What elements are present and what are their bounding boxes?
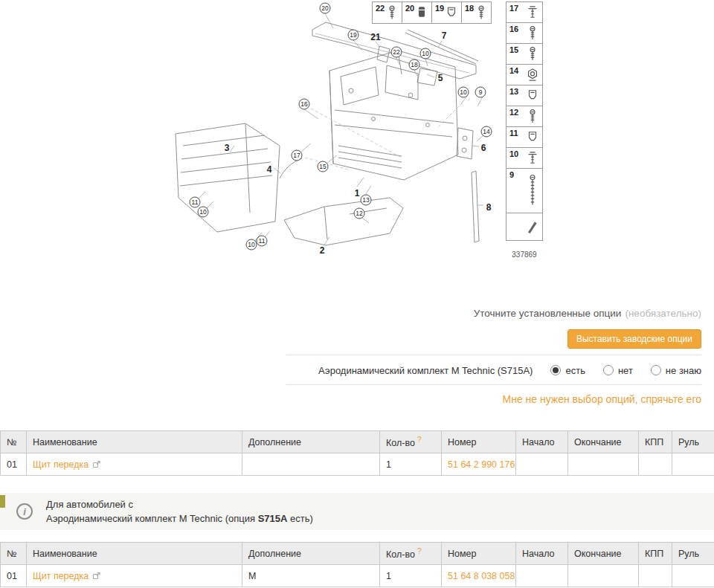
cell-qty: 1: [380, 453, 442, 476]
info-box: Для автомобилей с Аэродинамический компл…: [0, 493, 714, 530]
svg-text:17: 17: [293, 152, 300, 159]
col-name: Наименование: [27, 543, 242, 565]
part-number-link[interactable]: 51 64 2 990 176: [448, 459, 515, 470]
clip-icon: [526, 88, 539, 103]
col-kpp: КПП: [639, 543, 672, 565]
svg-text:14: 14: [483, 128, 490, 135]
table-row: 01 Щит передка M 1 51 64 8 038 058: [1, 565, 714, 587]
diagram-callout-circled: 12: [354, 208, 364, 219]
part-name-link[interactable]: Щит передка: [33, 459, 100, 470]
legend-top-row: 22201918: [372, 1, 492, 24]
cell-addition: [242, 453, 380, 476]
radio-button[interactable]: [550, 365, 561, 375]
svg-text:9: 9: [479, 88, 483, 96]
legend-item: 9: [506, 168, 543, 213]
legend-number: 18: [465, 4, 474, 13]
legend-number: 11: [509, 129, 518, 138]
part-number-link[interactable]: 51 64 8 038 058: [448, 571, 515, 581]
radio-button[interactable]: [603, 365, 614, 375]
cell-name: Щит передка: [27, 453, 242, 476]
diagram-callout-circled: 22: [391, 47, 402, 57]
cell-start: [516, 565, 568, 587]
col-rul: Руль: [672, 543, 714, 565]
svg-text:15: 15: [319, 163, 327, 170]
svg-text:13: 13: [362, 196, 370, 204]
legend-item: [506, 213, 543, 241]
diagram-callout-plain: 7: [442, 30, 447, 41]
col-start: Начало: [516, 543, 568, 565]
diagram-callout-plain: 3: [225, 143, 230, 153]
svg-text:19: 19: [350, 31, 357, 39]
col-qty: Кол-во?: [380, 431, 442, 453]
factory-options-button[interactable]: Выставить заводские опции: [567, 329, 701, 349]
clip-icon: [526, 129, 539, 145]
info-line-2: Аэродинамический комплект M Technic (опц…: [46, 511, 313, 526]
diagram-callout-circled: 19: [348, 30, 358, 40]
info-line-1: Для автомобилей с: [46, 497, 313, 512]
hide-options-link[interactable]: Мне не нужен выбор опций, спрячьте его: [502, 393, 701, 405]
col-start: Начало: [516, 431, 568, 453]
radio-label: есть: [565, 365, 585, 376]
cell-addition: M: [242, 565, 380, 587]
legend-item: 11: [506, 126, 543, 148]
parts-diagram: 2019221810161091417151312111010112175634…: [0, 0, 714, 268]
col-addition: Дополнение: [242, 543, 380, 565]
diagram-callout-circled: 14: [481, 126, 492, 137]
legend-item: 22: [372, 1, 402, 24]
col-addition: Дополнение: [242, 431, 380, 453]
diagram-callout-circled: 10: [198, 207, 208, 217]
cell-number: 51 64 8 038 058: [442, 565, 516, 587]
diagram-callout-plain: 4: [267, 164, 272, 175]
options-title-suffix: (необязательно): [625, 308, 701, 319]
legend-number: 15: [509, 45, 518, 54]
screw-icon: [526, 25, 539, 41]
qty-help-link[interactable]: ?: [417, 436, 422, 444]
diagram-callout-circled: 11: [257, 236, 267, 246]
diagram-callout-circled: 10: [458, 87, 469, 97]
svg-text:12: 12: [356, 210, 363, 217]
legend-item: 16: [506, 22, 543, 44]
parts-table-1: № Наименование Дополнение Кол-во? Номер …: [0, 430, 714, 476]
svg-text:10: 10: [248, 241, 255, 248]
svg-text:16: 16: [300, 100, 308, 108]
legend-number: 17: [509, 4, 518, 13]
part-name-text: Щит передка: [33, 571, 89, 581]
radio-button[interactable]: [651, 365, 661, 375]
separator: [286, 384, 701, 385]
radio-option-ne-znayu[interactable]: не знаю: [651, 365, 701, 376]
screw-icon: [526, 46, 539, 62]
legend-number: 16: [509, 25, 518, 33]
plug-icon: [415, 4, 428, 21]
radio-option-est[interactable]: есть: [550, 365, 585, 376]
info-icon: [16, 503, 33, 520]
col-qty-label: Кол-во: [386, 549, 415, 560]
cell-kpp: [639, 565, 672, 587]
cell-start: [516, 453, 568, 476]
option-row: Аэродинамический комплект M Technic (S71…: [318, 362, 701, 378]
diagram-callout-plain: 8: [486, 202, 492, 213]
part-name-link[interactable]: Щит передка: [33, 571, 100, 581]
options-title: Уточните установленные опции(необязатель…: [474, 308, 701, 319]
radio-option-net[interactable]: нет: [603, 365, 633, 376]
diagram-callout-circled: 17: [292, 150, 302, 161]
cell-num: 01: [1, 453, 27, 476]
screw-icon: [526, 109, 539, 124]
legend-item: 12: [506, 106, 543, 127]
legend-item: 20: [402, 1, 432, 24]
radio-label: нет: [618, 365, 633, 376]
col-num: №: [1, 543, 27, 565]
cell-rul: [672, 453, 714, 476]
separator: [286, 355, 701, 355]
diagram-callout-circled: 13: [361, 195, 371, 205]
diagram-callout-circled: 10: [420, 48, 431, 59]
qty-help-link[interactable]: ?: [417, 547, 422, 555]
diagram-callout-circled: 9: [475, 87, 486, 97]
seal-strip-icon: [526, 216, 539, 238]
legend-item: 13: [506, 85, 543, 106]
svg-text:18: 18: [411, 61, 418, 68]
legend-number: 14: [509, 66, 518, 75]
clip-icon: [445, 4, 458, 21]
col-end: Окончание: [568, 543, 639, 565]
legend-number: 10: [509, 149, 518, 158]
info-line-2-suffix: есть): [287, 513, 312, 524]
